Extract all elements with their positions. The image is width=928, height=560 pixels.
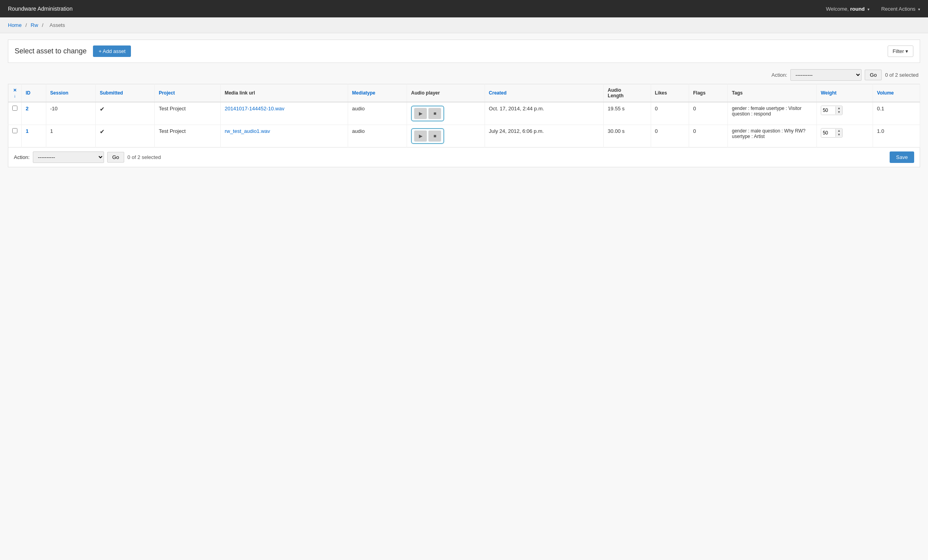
row-media-link-0: 20141017-144452-10.wav <box>220 102 348 125</box>
row-media-link-anchor-1[interactable]: rw_test_audio1.wav <box>225 128 270 134</box>
row-session-1: 1 <box>46 125 96 148</box>
col-likes: Likes <box>651 84 689 102</box>
row-created-0: Oct. 17, 2014, 2:44 p.m. <box>485 102 603 125</box>
welcome-user-link[interactable]: Welcome, round ▾ <box>826 6 869 12</box>
row-id-0: 2 <box>22 102 46 125</box>
row-created-1: July 24, 2012, 6:06 p.m. <box>485 125 603 148</box>
main-content: Select asset to change + Add asset Filte… <box>0 33 928 174</box>
row-flags-1: 0 <box>689 125 728 148</box>
row-id-link-0[interactable]: 2 <box>26 106 28 112</box>
row-media-link-anchor-0[interactable]: 20141017-144452-10.wav <box>225 106 284 112</box>
col-weight[interactable]: Weight <box>816 84 873 102</box>
row-checkbox-0[interactable] <box>12 106 17 111</box>
row-likes-1: 0 <box>651 125 689 148</box>
table-row: 1 1 ✔ Test Project rw_test_audio1.wav au… <box>8 125 920 148</box>
row-session-0: -10 <box>46 102 96 125</box>
audio-play-btn-0[interactable]: ▶ <box>414 108 427 119</box>
select-all-header: ✕ ↓ <box>8 84 22 102</box>
weight-field-0[interactable] <box>821 106 835 115</box>
table-header-row: ✕ ↓ ID Session Submitted Project Media l… <box>8 84 920 102</box>
col-submitted[interactable]: Submitted <box>96 84 155 102</box>
weight-down-0[interactable]: ▼ <box>836 110 842 114</box>
weight-input-widget-1: ▲ ▼ <box>821 128 843 138</box>
save-button[interactable]: Save <box>890 151 914 163</box>
row-checkbox-1[interactable] <box>12 128 17 133</box>
recent-actions-link[interactable]: Recent Actions ▾ <box>881 6 920 12</box>
row-project-0: Test Project <box>155 102 220 125</box>
col-media-link: Media link url <box>220 84 348 102</box>
row-id-1: 1 <box>22 125 46 148</box>
weight-input-widget-0: ▲ ▼ <box>821 106 843 115</box>
col-flags: Flags <box>689 84 728 102</box>
row-mediatype-0: audio <box>348 102 407 125</box>
col-created[interactable]: Created <box>485 84 603 102</box>
row-flags-0: 0 <box>689 102 728 125</box>
weight-up-1[interactable]: ▲ <box>836 129 842 133</box>
col-tags: Tags <box>728 84 817 102</box>
go-button-bottom[interactable]: Go <box>107 152 124 163</box>
row-weight-0: ▲ ▼ <box>816 102 873 125</box>
weight-down-1[interactable]: ▼ <box>836 133 842 137</box>
page-header: Select asset to change + Add asset Filte… <box>8 40 920 63</box>
col-audio-player: Audio player <box>407 84 485 102</box>
audio-play-btn-1[interactable]: ▶ <box>414 131 427 142</box>
col-id[interactable]: ID <box>22 84 46 102</box>
row-tags-0: gender : female usertype : Visitor quest… <box>728 102 817 125</box>
row-volume-1: 1.0 <box>873 125 920 148</box>
row-checkbox-cell-1[interactable] <box>8 125 22 148</box>
action-label-top: Action: <box>771 72 787 78</box>
filter-button[interactable]: Filter ▾ <box>888 45 914 57</box>
action-label-bottom: Action: <box>14 154 30 160</box>
breadcrumb-rw[interactable]: Rw <box>31 22 38 28</box>
col-mediatype[interactable]: Mediatype <box>348 84 407 102</box>
bottom-bar: Action: ---------- Go 0 of 2 selected Sa… <box>8 148 920 167</box>
audio-player-widget-0: ▶ ■ <box>411 106 444 121</box>
row-audio-player-1: ▶ ■ <box>407 125 485 148</box>
breadcrumb: Home / Rw / Assets <box>0 17 928 33</box>
go-button-top[interactable]: Go <box>865 70 882 80</box>
page-title: Select asset to change <box>15 47 87 55</box>
row-submitted-0: ✔ <box>96 102 155 125</box>
col-volume[interactable]: Volume <box>873 84 920 102</box>
selected-count-top: 0 of 2 selected <box>885 72 919 78</box>
top-navigation: Roundware Administration Welcome, round … <box>0 0 928 17</box>
breadcrumb-home[interactable]: Home <box>8 22 22 28</box>
col-audio-length: AudioLength <box>604 84 651 102</box>
topnav-right: Welcome, round ▾ Recent Actions ▾ <box>826 6 920 12</box>
row-audio-length-0: 19.55 s <box>604 102 651 125</box>
row-weight-1: ▲ ▼ <box>816 125 873 148</box>
row-mediatype-1: audio <box>348 125 407 148</box>
row-audio-length-1: 30.00 s <box>604 125 651 148</box>
row-submitted-1: ✔ <box>96 125 155 148</box>
sort-icons: ✕ ↓ <box>12 88 17 98</box>
action-bar-top: Action: ---------- Go 0 of 2 selected <box>8 69 920 81</box>
row-project-1: Test Project <box>155 125 220 148</box>
weight-field-1[interactable] <box>821 129 835 137</box>
breadcrumb-current: Assets <box>49 22 65 28</box>
row-audio-player-0: ▶ ■ <box>407 102 485 125</box>
row-media-link-1: rw_test_audio1.wav <box>220 125 348 148</box>
table-row: 2 -10 ✔ Test Project 20141017-144452-10.… <box>8 102 920 125</box>
row-id-link-1[interactable]: 1 <box>26 128 28 134</box>
assets-table: ✕ ↓ ID Session Submitted Project Media l… <box>8 84 920 148</box>
audio-stop-btn-0[interactable]: ■ <box>428 108 441 119</box>
row-likes-0: 0 <box>651 102 689 125</box>
col-project[interactable]: Project <box>155 84 220 102</box>
add-asset-button[interactable]: + Add asset <box>93 45 131 57</box>
selected-count-bottom: 0 of 2 selected <box>127 154 161 160</box>
action-select-bottom[interactable]: ---------- <box>33 151 104 163</box>
brand-title: Roundware Administration <box>8 6 72 12</box>
row-checkbox-cell-0[interactable] <box>8 102 22 125</box>
audio-player-widget-1: ▶ ■ <box>411 128 444 144</box>
col-session[interactable]: Session <box>46 84 96 102</box>
row-tags-1: gender : male question : Why RW? usertyp… <box>728 125 817 148</box>
audio-stop-btn-1[interactable]: ■ <box>428 131 441 142</box>
action-select-top[interactable]: ---------- <box>790 69 862 81</box>
weight-up-0[interactable]: ▲ <box>836 106 842 110</box>
row-volume-0: 0.1 <box>873 102 920 125</box>
